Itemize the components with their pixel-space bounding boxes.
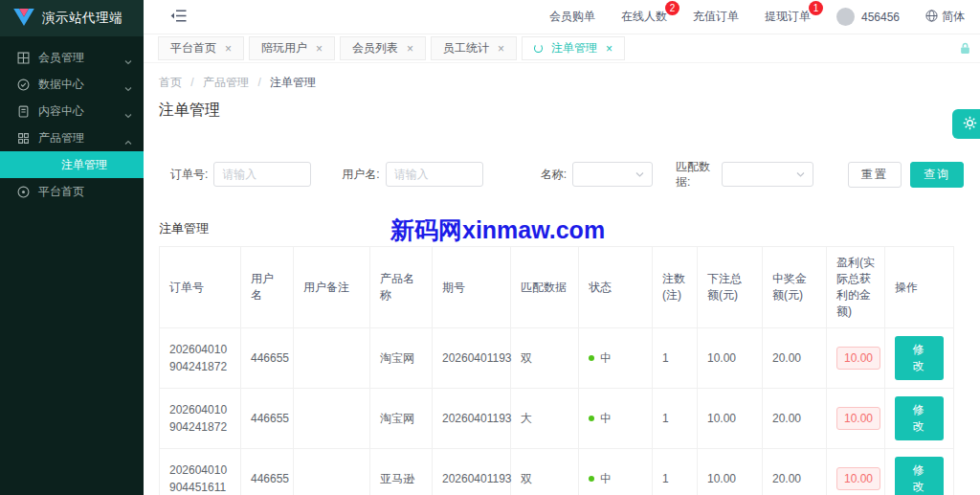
cell-username: 446655: [241, 327, 294, 388]
modify-button[interactable]: 修改: [895, 336, 944, 380]
refresh-icon: [534, 44, 543, 53]
status-text: 中: [600, 472, 612, 485]
page-title: 注单管理: [159, 101, 965, 121]
chevron-down-icon: [124, 55, 132, 60]
chevron-down-icon: [124, 108, 132, 114]
status-dot: [589, 355, 594, 361]
cell-actions: 修改: [885, 388, 954, 448]
tab-staff-stats[interactable]: 员工统计 ×: [431, 36, 517, 60]
gear-icon: [963, 116, 977, 133]
modify-button[interactable]: 修改: [895, 457, 944, 495]
cell-profit: 10.00: [827, 448, 885, 495]
col-remark: 用户备注: [294, 247, 370, 327]
user-menu[interactable]: 456456: [836, 8, 900, 26]
close-icon[interactable]: ×: [498, 42, 504, 56]
close-icon[interactable]: ×: [407, 42, 413, 56]
globe-icon: [925, 10, 938, 25]
sidebar-menu: 会员管理 数据中心 内容中心: [0, 36, 144, 205]
cell-status: 中: [579, 448, 653, 495]
cell-profit: 10.00: [827, 388, 885, 448]
cell-count: 1: [653, 327, 698, 388]
sidebar-collapse-icon[interactable]: [170, 10, 187, 25]
cell-period: 20260401193: [433, 448, 511, 495]
table-row: 202604010904241872 446655 淘宝网 2026040119…: [160, 388, 954, 448]
cell-bet-total: 10.00: [698, 327, 763, 388]
cell-period: 20260401193: [433, 388, 511, 448]
appstore-icon: [17, 132, 30, 145]
cell-order-no: 202604010904451611: [160, 448, 241, 495]
status-text: 中: [600, 351, 612, 365]
tab-platform-home[interactable]: 平台首页 ×: [158, 36, 244, 60]
table-header-row: 订单号 用户名 用户备注 产品名称 期号 匹配数据 状态 注数(注) 下注总额(…: [160, 247, 954, 327]
cell-win-amount: 20.00: [763, 388, 827, 448]
cell-match: 双: [511, 448, 579, 495]
member-orders-link[interactable]: 会员购单: [549, 9, 595, 25]
grid-icon: [17, 52, 30, 64]
cell-product: 亚马逊: [370, 448, 433, 495]
cell-profit: 10.00: [827, 327, 885, 388]
lock-icon[interactable]: [959, 42, 971, 57]
table-row: 202604010904241872 446655 淘宝网 2026040119…: [160, 327, 954, 388]
cell-count: 1: [653, 448, 698, 495]
table-row: 202604010904451611 446655 亚马逊 2026040119…: [160, 448, 954, 495]
document-icon: [17, 105, 30, 118]
col-period: 期号: [433, 247, 511, 327]
filter-form: 订单号: 用户名: 名称: 匹配数据: 重置 查询: [159, 159, 965, 190]
settings-fab[interactable]: [952, 109, 980, 139]
withdraw-orders-badge: 1: [809, 1, 823, 15]
sidebar-item-bet-order-management[interactable]: 注单管理: [0, 151, 144, 178]
cell-remark: [294, 327, 370, 388]
username-label: 用户名:: [342, 167, 379, 183]
cell-win-amount: 20.00: [763, 448, 827, 495]
order-no-input[interactable]: [213, 162, 311, 187]
chevron-down-icon: [796, 171, 805, 177]
cell-bet-total: 10.00: [698, 388, 763, 448]
cell-bet-total: 10.00: [698, 448, 763, 495]
tab-bar: 平台首页 × 陪玩用户 × 会员列表 × 员工统计 × 注单管理 ×: [144, 34, 980, 63]
online-count-link[interactable]: 在线人数 2: [621, 9, 667, 25]
col-product: 产品名称: [370, 247, 433, 327]
cell-count: 1: [653, 388, 698, 448]
top-header: 会员购单 在线人数 2 充值订单 提现订单 1 456456 简体: [144, 0, 980, 34]
withdraw-orders-link[interactable]: 提现订单 1: [765, 9, 811, 25]
app-logo: 演示站代理端: [0, 0, 144, 36]
cell-match: 大: [511, 388, 579, 448]
query-button[interactable]: 查询: [910, 162, 964, 188]
table-body: 202604010904241872 446655 淘宝网 2026040119…: [160, 327, 954, 495]
col-win-amount: 中奖金额(元): [763, 247, 827, 327]
cell-username: 446655: [241, 388, 294, 448]
tab-member-list[interactable]: 会员列表 ×: [340, 36, 426, 60]
cell-product: 淘宝网: [370, 388, 433, 448]
language-switcher[interactable]: 简体: [925, 9, 965, 25]
profit-badge: 10.00: [836, 467, 880, 490]
username-input[interactable]: [386, 162, 483, 187]
breadcrumb: 首页 / 产品管理 / 注单管理: [159, 75, 965, 91]
breadcrumb-home[interactable]: 首页: [159, 76, 182, 89]
recharge-orders-link[interactable]: 充值订单: [693, 9, 739, 25]
sidebar-item-member-management[interactable]: 会员管理: [0, 44, 144, 71]
chevron-down-icon: [124, 81, 132, 87]
close-icon[interactable]: ×: [606, 42, 612, 56]
sidebar-item-product-management[interactable]: 产品管理: [0, 124, 144, 151]
breadcrumb-product-management[interactable]: 产品管理: [203, 76, 249, 89]
match-data-select[interactable]: [722, 162, 813, 187]
tab-play-users[interactable]: 陪玩用户 ×: [249, 36, 335, 60]
close-icon[interactable]: ×: [316, 42, 323, 56]
col-order-no: 订单号: [160, 247, 241, 327]
tab-bet-order-management[interactable]: 注单管理 ×: [522, 36, 625, 60]
sidebar: 演示站代理端 会员管理 数据中心 内容中心: [0, 0, 144, 495]
col-bet-total: 下注总额(元): [698, 247, 763, 327]
table-section-title: 注单管理: [159, 220, 965, 237]
avatar[interactable]: [836, 8, 855, 26]
username: 456456: [861, 11, 900, 24]
sidebar-item-data-center[interactable]: 数据中心: [0, 71, 144, 98]
cell-actions: 修改: [885, 327, 954, 388]
topbar-menu: 会员购单 在线人数 2 充值订单 提现订单 1 456456 简体: [549, 8, 965, 26]
modify-button[interactable]: 修改: [895, 396, 944, 440]
sidebar-item-platform-home[interactable]: 平台首页: [0, 178, 144, 205]
name-select[interactable]: [572, 162, 653, 187]
reset-button[interactable]: 重置: [848, 162, 902, 188]
sidebar-item-content-center[interactable]: 内容中心: [0, 98, 144, 124]
close-icon[interactable]: ×: [225, 42, 232, 56]
status-dot: [589, 476, 594, 482]
